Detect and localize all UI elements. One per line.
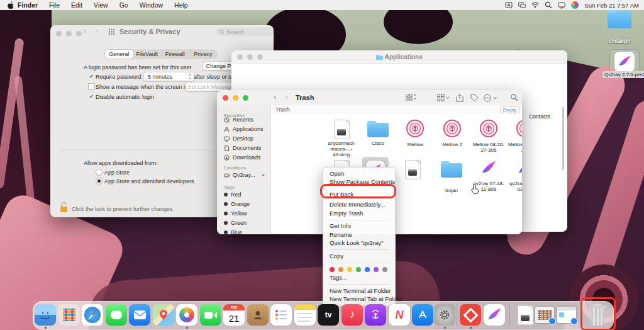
sidebar-item-documents[interactable]: Documents	[224, 145, 262, 151]
eject-icon[interactable]	[261, 173, 265, 178]
tag-gray[interactable]	[382, 267, 387, 272]
dock-launchpad-icon[interactable]	[58, 304, 80, 326]
dock-messages-icon[interactable]	[106, 304, 127, 326]
sidebar-item-desktop[interactable]: Desktop	[224, 135, 253, 142]
displays-icon[interactable]	[518, 1, 526, 9]
tab-general[interactable]: General	[105, 50, 133, 59]
sidebar-tag-green[interactable]: Green	[224, 220, 247, 226]
apple-logo-icon[interactable]	[8, 1, 14, 9]
menu-edit[interactable]: Edit	[71, 1, 82, 9]
sidebar-item-downloads[interactable]: Downloads	[224, 154, 261, 161]
dock-tv-icon[interactable]: tv	[318, 304, 339, 326]
tab-firewall[interactable]: Firewall	[161, 50, 189, 59]
tag-icon[interactable]	[470, 94, 479, 102]
minimize-button[interactable]	[233, 95, 238, 101]
dock-qv2ray-icon[interactable]	[484, 304, 505, 326]
menu-item-copy[interactable]: Copy	[323, 252, 395, 261]
sidebar-item-recents[interactable]: Recents	[224, 117, 253, 123]
sidebar-item-applications[interactable]: Applications	[224, 126, 264, 132]
siri-icon[interactable]	[571, 1, 579, 9]
radio-identified[interactable]	[96, 178, 103, 185]
dock-calendar-icon[interactable]: FEB21	[223, 304, 245, 326]
dock-photos-icon[interactable]	[176, 304, 197, 326]
minimize-button[interactable]	[66, 31, 72, 37]
tab-filevault[interactable]: FileVault	[133, 50, 162, 59]
menu-item-tags[interactable]: Tags...	[323, 274, 395, 283]
menu-item-quick-look[interactable]: Quick Look "qv2ray"	[323, 239, 395, 248]
dock-news-icon[interactable]: N	[389, 304, 410, 326]
forward-button[interactable]: ›	[285, 93, 287, 101]
menu-view[interactable]: View	[94, 1, 108, 9]
file-item[interactable]	[394, 159, 431, 179]
desktop-icon-chitavpn[interactable]	[608, 11, 631, 28]
close-button[interactable]	[223, 95, 228, 101]
menu-item-new-terminal[interactable]: New Terminal at Folder	[323, 287, 395, 295]
unlocked-padlock-icon[interactable]	[59, 202, 69, 213]
file-item[interactable]: Mellow 8.31.26 AM	[507, 119, 522, 153]
menu-item-delete-immediately[interactable]: Delete Immediately...	[323, 201, 395, 210]
window-controls[interactable]	[56, 31, 82, 37]
dock-dmg-file-icon[interactable]	[514, 304, 536, 326]
dock-reminders-icon[interactable]	[270, 304, 292, 326]
menu-window[interactable]: Window	[140, 1, 163, 9]
empty-trash-button[interactable]: Empty	[500, 106, 519, 113]
back-button[interactable]: ‹	[274, 93, 276, 101]
menu-help[interactable]: Help	[174, 1, 188, 9]
desktop-icon-label-selected[interactable]: Qv2ray 2.7.0-pre2	[602, 71, 644, 78]
menu-go[interactable]: Go	[119, 1, 128, 9]
menu-item-empty-trash[interactable]: Empty Trash	[323, 209, 395, 218]
zoom-button[interactable]	[76, 31, 82, 37]
dock-minimized-window-apps[interactable]	[535, 307, 554, 323]
sidebar-tag-red[interactable]: Red	[224, 191, 242, 198]
dock-anydesk-icon[interactable]	[460, 304, 481, 326]
app-menu-finder[interactable]: Finder	[18, 1, 38, 9]
sidebar-item-qv2ray-volume[interactable]: Qv2ray...	[224, 172, 265, 178]
back-button[interactable]: ‹	[84, 27, 86, 35]
disable-login-checkbox[interactable]: ✓	[88, 93, 95, 100]
dock-music-icon[interactable]: ♪	[341, 304, 363, 326]
dock-maps-icon[interactable]	[153, 304, 174, 326]
spotlight-icon[interactable]	[545, 1, 552, 9]
sidebar-tag-yellow[interactable]: Yellow	[224, 210, 247, 217]
forward-button[interactable]: ›	[96, 27, 98, 35]
group-sort-icon[interactable]	[406, 94, 416, 101]
more-actions-icon[interactable]	[484, 94, 497, 102]
zoom-button[interactable]	[243, 95, 248, 101]
file-item[interactable]: Mellow 08-26-27-305	[470, 119, 507, 153]
tag-green[interactable]	[356, 267, 361, 272]
interval-dropdown[interactable]: 5 minutes	[143, 72, 195, 81]
dock-notes-icon[interactable]	[294, 304, 316, 326]
search-field[interactable]: Search	[216, 28, 274, 36]
require-password-checkbox[interactable]: ✓	[88, 73, 95, 80]
show-all-icon[interactable]	[108, 28, 115, 35]
file-item[interactable]: Cisco	[360, 119, 396, 146]
show-message-checkbox[interactable]	[88, 83, 95, 90]
dock-finder-icon[interactable]	[35, 304, 56, 326]
menu-file[interactable]: File	[49, 1, 60, 9]
dock-app-store-icon[interactable]	[412, 304, 433, 326]
tag-yellow[interactable]	[347, 267, 352, 272]
tag-purple[interactable]	[374, 267, 379, 272]
dock-system-preferences-icon[interactable]	[434, 304, 455, 326]
dock-mail-icon[interactable]	[129, 304, 150, 326]
tag-orange[interactable]	[338, 267, 343, 272]
menu-item-get-info[interactable]: Get Info	[323, 222, 395, 231]
wifi-icon[interactable]	[531, 1, 539, 9]
menu-item-open[interactable]: Open	[323, 169, 395, 178]
radio-app-store[interactable]	[96, 169, 103, 176]
close-button[interactable]	[56, 31, 62, 37]
dock-contacts-icon[interactable]	[247, 304, 269, 326]
dock-minimized-window-finder[interactable]	[557, 307, 576, 323]
view-options-icon[interactable]	[437, 94, 450, 101]
desktop-icon-label[interactable]: chitavpn	[601, 38, 638, 44]
tab-privacy[interactable]: Privacy	[189, 50, 218, 59]
dock-safari-icon[interactable]	[82, 304, 103, 326]
tag-blue[interactable]	[365, 267, 370, 272]
window-controls[interactable]	[223, 95, 248, 101]
file-item[interactable]: trojan	[433, 159, 470, 193]
share-icon[interactable]	[456, 94, 464, 102]
scrollbar[interactable]	[562, 107, 564, 170]
file-item[interactable]: Mellow	[397, 119, 433, 147]
dock-podcasts-icon[interactable]	[365, 304, 386, 326]
app-label[interactable]: Contacts	[521, 113, 558, 120]
